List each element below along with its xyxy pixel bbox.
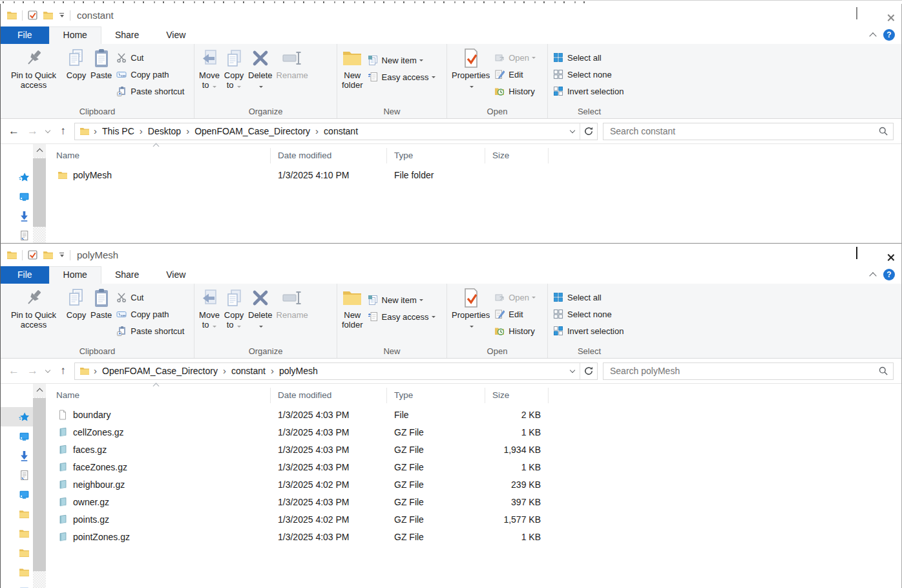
breadcrumb-chevron-icon[interactable]: › [90, 365, 101, 377]
breadcrumb-chevron-icon[interactable]: › [311, 125, 322, 138]
column-header-size[interactable]: Size [485, 148, 549, 163]
easy-access-button[interactable]: Easy access [365, 308, 438, 325]
select-none-button[interactable]: Select none [551, 306, 626, 322]
rename-button[interactable]: Rename [275, 47, 310, 81]
file-row[interactable]: neighbour.gz 1/3/2025 4:02 PM GZ File 23… [49, 476, 901, 493]
delete-button[interactable]: Delete [246, 47, 275, 91]
sidebar-item-folder[interactable] [1, 562, 33, 582]
open-button[interactable]: Open [492, 289, 538, 306]
file-name-cell[interactable]: polyMesh [49, 170, 271, 180]
column-header-name[interactable]: Name [49, 388, 271, 403]
invert-selection-button[interactable]: Invert selection [551, 83, 626, 100]
customize-toolbar-dropdown-icon[interactable] [58, 253, 65, 258]
tab-file[interactable]: File [1, 266, 49, 284]
nav-scrollbar[interactable] [33, 384, 46, 588]
new-folder-shortcut-icon[interactable] [43, 10, 54, 21]
select-all-button[interactable]: Select all [551, 49, 626, 66]
customize-toolbar-dropdown-icon[interactable] [58, 13, 65, 18]
nav-scrollbar[interactable] [33, 144, 46, 243]
breadcrumb-chevron-icon[interactable]: › [182, 125, 193, 138]
new-folder-shortcut-icon[interactable] [43, 249, 54, 260]
paste-button[interactable]: Paste [89, 47, 114, 81]
breadcrumb-item[interactable]: Desktop [147, 126, 182, 136]
scrollbar-thumb[interactable] [33, 398, 46, 571]
recent-locations-dropdown-icon[interactable] [42, 362, 54, 379]
forward-button[interactable]: → [23, 123, 42, 140]
invert-selection-button[interactable]: Invert selection [551, 322, 626, 339]
tab-home[interactable]: Home [49, 266, 101, 284]
file-row[interactable]: boundary 1/3/2025 4:03 PM File 2 KB [49, 406, 901, 423]
new-item-button[interactable]: New item [365, 52, 438, 68]
breadcrumb-item[interactable]: polyMesh [278, 366, 319, 376]
sidebar-item-folder[interactable] [1, 543, 33, 562]
sidebar-item-document[interactable] [1, 465, 33, 485]
up-button[interactable]: ↑ [54, 123, 72, 140]
file-name-cell[interactable]: pointZones.gz [49, 532, 271, 542]
tab-share[interactable]: Share [101, 266, 152, 284]
select-all-button[interactable]: Select all [551, 289, 626, 306]
edit-button[interactable]: Edit [492, 66, 538, 83]
collapse-ribbon-icon[interactable] [869, 272, 876, 279]
breadcrumb-chevron-icon[interactable]: › [267, 365, 278, 377]
search-input[interactable] [609, 365, 879, 377]
help-icon[interactable]: ? [883, 269, 895, 280]
close-button[interactable] [872, 4, 901, 23]
breadcrumb-item[interactable]: constant [230, 366, 267, 376]
address-bar[interactable]: ›This PC›Desktop›OpenFOAM_Case_Directory… [74, 123, 598, 140]
paste-shortcut-button[interactable]: Paste shortcut [114, 83, 187, 100]
cut-button[interactable]: Cut [114, 49, 187, 66]
file-name-cell[interactable]: faces.gz [49, 445, 271, 455]
search-input[interactable] [609, 125, 879, 137]
minimize-button[interactable] [812, 4, 842, 23]
history-button[interactable]: History [492, 322, 538, 339]
maximize-button[interactable] [842, 4, 872, 23]
up-button[interactable]: ↑ [54, 362, 72, 379]
new-item-button[interactable]: New item [365, 291, 438, 308]
back-button[interactable]: ← [5, 123, 23, 140]
file-name-cell[interactable]: owner.gz [49, 497, 271, 507]
file-row[interactable]: pointZones.gz 1/3/2025 4:03 PM GZ File 1… [49, 528, 901, 545]
tab-file[interactable]: File [1, 26, 49, 44]
file-name-cell[interactable]: neighbour.gz [49, 479, 271, 490]
tab-share[interactable]: Share [101, 26, 152, 44]
sidebar-item-folder[interactable] [1, 523, 33, 543]
address-dropdown-icon[interactable] [565, 123, 580, 140]
sidebar-item-folder[interactable] [1, 504, 33, 523]
paste-button[interactable]: Paste [89, 286, 114, 321]
maximize-button[interactable] [842, 244, 872, 263]
open-button[interactable]: Open [492, 49, 538, 66]
tab-view[interactable]: View [152, 26, 199, 44]
sidebar-item-monitor[interactable] [1, 485, 33, 504]
refresh-button[interactable] [580, 123, 597, 140]
sidebar-item-monitor[interactable] [1, 187, 33, 206]
edit-button[interactable]: Edit [492, 306, 538, 322]
breadcrumb-chevron-icon[interactable]: › [219, 365, 230, 377]
file-row[interactable]: polyMesh 1/3/2025 4:10 PM File folder [49, 166, 901, 184]
back-button[interactable]: ← [5, 362, 23, 379]
breadcrumb-item[interactable]: constant [322, 126, 359, 136]
column-header-name[interactable]: Name [49, 148, 271, 163]
file-row[interactable]: points.gz 1/3/2025 4:02 PM GZ File 1,577… [49, 510, 901, 528]
file-name-cell[interactable]: points.gz [49, 514, 271, 525]
select-none-button[interactable]: Select none [551, 66, 626, 83]
tab-view[interactable]: View [152, 266, 199, 284]
pin-to-quick-access-button[interactable]: Pin to Quick access [3, 286, 64, 331]
address-bar[interactable]: ›OpenFOAM_Case_Directory›constant›polyMe… [74, 362, 598, 380]
breadcrumb-item[interactable]: OpenFOAM_Case_Directory [101, 366, 219, 376]
properties-button[interactable]: Properties [450, 47, 492, 91]
search-box[interactable] [603, 123, 894, 140]
scrollbar-thumb[interactable] [33, 158, 46, 227]
column-header-type[interactable]: Type [387, 148, 485, 163]
scroll-up-button[interactable] [33, 144, 46, 157]
help-icon[interactable]: ? [883, 29, 895, 41]
column-header-type[interactable]: Type [387, 388, 485, 403]
breadcrumb-chevron-icon[interactable]: › [136, 125, 147, 138]
sidebar-item-document[interactable] [1, 226, 33, 243]
breadcrumb-item[interactable]: OpenFOAM_Case_Directory [193, 126, 311, 136]
move-to-button[interactable]: Move to [197, 47, 222, 91]
sidebar-item-download[interactable] [1, 446, 33, 465]
column-header-date-modified[interactable]: Date modified [271, 148, 387, 163]
new-folder-button[interactable]: New folder [340, 286, 365, 331]
file-row[interactable]: owner.gz 1/3/2025 4:03 PM GZ File 397 KB [49, 493, 901, 510]
new-folder-button[interactable]: New folder [340, 47, 365, 91]
